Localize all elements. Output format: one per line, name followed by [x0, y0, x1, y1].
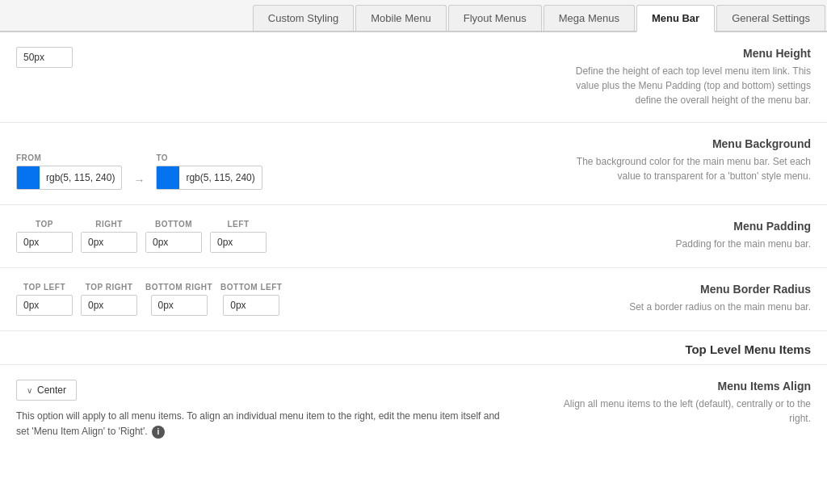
- pad-top-label: TOP: [36, 220, 53, 229]
- menu-height-title: Menu Height: [552, 47, 811, 60]
- menu-border-radius-desc: Set a border radius on the main menu bar…: [552, 300, 811, 314]
- br-topleft-group: TOP LEFT: [16, 283, 73, 316]
- from-color-value: rgb(5, 115, 240): [40, 169, 121, 187]
- pad-bottom-group: BOTTOM: [145, 220, 202, 253]
- pad-right-group: RIGHT: [81, 220, 137, 253]
- br-bottomleft-label: BOTTOM LEFT: [220, 283, 282, 292]
- menu-padding-desc: Padding for the main menu bar.: [552, 237, 811, 251]
- br-bottomleft-input[interactable]: [223, 295, 279, 316]
- menu-background-right: Menu Background The background color for…: [536, 137, 811, 183]
- tab-custom-styling[interactable]: Custom Styling: [253, 5, 354, 31]
- to-color-swatch-input[interactable]: rgb(5, 115, 240): [156, 166, 262, 190]
- info-icon[interactable]: i: [152, 426, 165, 439]
- menu-items-align-row: ∨ Center This option will apply to all m…: [0, 365, 827, 454]
- br-bottomright-group: BOTTOM RIGHT: [145, 283, 212, 316]
- tab-flyout-menus[interactable]: Flyout Menus: [448, 5, 542, 31]
- pad-top-group: TOP: [16, 220, 73, 253]
- color-to-group: TO rgb(5, 115, 240): [156, 153, 262, 190]
- menu-background-desc: The background color for the main menu b…: [552, 154, 811, 183]
- br-topright-group: TOP RIGHT: [81, 283, 137, 316]
- pad-right-label: RIGHT: [95, 220, 123, 229]
- menu-background-title: Menu Background: [552, 137, 811, 150]
- br-bottomright-input[interactable]: [151, 295, 208, 316]
- menu-height-desc: Define the height of each top level menu…: [552, 64, 811, 107]
- menu-items-align-left: ∨ Center This option will apply to all m…: [16, 380, 536, 439]
- menu-items-align-title: Menu Items Align: [552, 380, 811, 393]
- pad-bottom-input[interactable]: [145, 232, 202, 253]
- align-description: This option will apply to all menu items…: [16, 409, 512, 439]
- menu-items-align-desc: Align all menu items to the left (defaul…: [552, 397, 811, 426]
- tab-mobile-menu[interactable]: Mobile Menu: [355, 5, 446, 31]
- to-label: TO: [156, 153, 168, 162]
- menu-border-radius-left: TOP LEFT TOP RIGHT BOTTOM RIGHT BOTTOM L…: [16, 283, 536, 316]
- br-topright-input[interactable]: [81, 295, 137, 316]
- tab-menu-bar[interactable]: Menu Bar: [636, 5, 715, 32]
- menu-padding-right: Menu Padding Padding for the main menu b…: [536, 220, 811, 251]
- pad-bottom-label: BOTTOM: [155, 220, 192, 229]
- menu-padding-title: Menu Padding: [552, 220, 811, 233]
- color-from-group: FROM rgb(5, 115, 240): [16, 153, 122, 190]
- br-bottomleft-group: BOTTOM LEFT: [220, 283, 282, 316]
- from-color-swatch: [17, 166, 40, 189]
- menu-background-row: FROM rgb(5, 115, 240) → TO rgb(5, 115, 2…: [0, 123, 827, 205]
- to-color-swatch: [157, 166, 179, 189]
- pad-right-input[interactable]: [81, 232, 137, 253]
- align-note-text: This option will apply to all menu items…: [16, 410, 500, 437]
- tab-general-settings[interactable]: General Settings: [716, 5, 825, 31]
- menu-border-radius-right: Menu Border Radius Set a border radius o…: [536, 283, 811, 314]
- menu-padding-row: TOP RIGHT BOTTOM LEFT Menu Padding: [0, 205, 827, 268]
- menu-background-left: FROM rgb(5, 115, 240) → TO rgb(5, 115, 2…: [16, 137, 536, 190]
- pad-left-label: LEFT: [228, 220, 250, 229]
- br-topright-label: TOP RIGHT: [86, 283, 133, 292]
- color-row: FROM rgb(5, 115, 240) → TO rgb(5, 115, 2…: [16, 153, 262, 190]
- chevron-down-icon: ∨: [27, 386, 32, 395]
- menu-height-input[interactable]: [16, 47, 73, 68]
- pad-left-input[interactable]: [210, 232, 267, 253]
- top-level-section-header: Top Level Menu Items: [0, 331, 827, 365]
- to-color-value: rgb(5, 115, 240): [179, 169, 261, 187]
- arrow-icon: →: [133, 174, 145, 187]
- from-color-swatch-input[interactable]: rgb(5, 115, 240): [16, 166, 122, 190]
- pad-left-group: LEFT: [210, 220, 267, 253]
- menu-items-align-right: Menu Items Align Align all menu items to…: [536, 380, 811, 426]
- menu-border-radius-row: TOP LEFT TOP RIGHT BOTTOM RIGHT BOTTOM L…: [0, 268, 827, 331]
- settings-content: Menu Height Define the height of each to…: [0, 32, 827, 454]
- menu-height-right: Menu Height Define the height of each to…: [536, 47, 811, 107]
- align-dropdown-value: Center: [37, 384, 66, 396]
- br-topleft-input[interactable]: [16, 295, 73, 316]
- tabs-bar: Custom Styling Mobile Menu Flyout Menus …: [0, 0, 827, 32]
- pad-top-input[interactable]: [16, 232, 73, 253]
- border-radius-fields: TOP LEFT TOP RIGHT BOTTOM RIGHT BOTTOM L…: [16, 283, 282, 316]
- top-level-section-title: Top Level Menu Items: [16, 342, 811, 356]
- menu-height-row: Menu Height Define the height of each to…: [0, 32, 827, 123]
- from-label: FROM: [16, 153, 41, 162]
- tab-mega-menus[interactable]: Mega Menus: [544, 5, 635, 31]
- menu-height-left: [16, 47, 536, 68]
- align-dropdown[interactable]: ∨ Center: [16, 380, 77, 401]
- padding-fields: TOP RIGHT BOTTOM LEFT: [16, 220, 267, 253]
- menu-padding-left: TOP RIGHT BOTTOM LEFT: [16, 220, 536, 253]
- menu-border-radius-title: Menu Border Radius: [552, 283, 811, 296]
- br-bottomright-label: BOTTOM RIGHT: [145, 283, 212, 292]
- br-topleft-label: TOP LEFT: [23, 283, 65, 292]
